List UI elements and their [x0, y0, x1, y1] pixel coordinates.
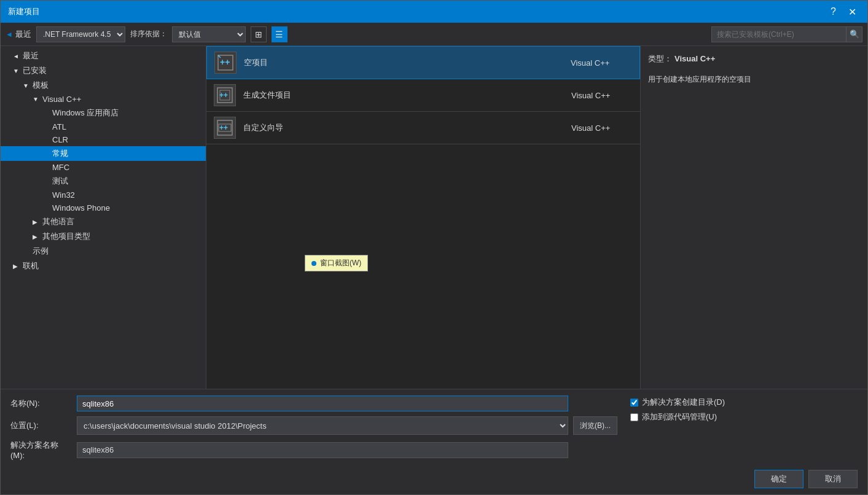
template-list: ++ 空项目 Visual C++ ++ [206, 46, 640, 144]
browse-button[interactable]: 浏览(B)... [573, 416, 617, 435]
bottom-form-area: 名称(N): 位置(L): c:\users\jack\documents\vi… [10, 396, 858, 465]
windows-store-label: Windows 应用商店 [52, 107, 119, 119]
solution-label: 解决方案名称(M): [10, 440, 72, 460]
info-description: 用于创建本地应用程序的空项目 [648, 74, 860, 85]
visual-cpp-label: Visual C++ [42, 95, 81, 104]
installed-label: 已安装 [23, 65, 47, 76]
sort-label: 排序依据： [130, 29, 167, 39]
overlay-tooltip: 窗口截图(W) [305, 255, 368, 271]
toolbar: ◄ 最近 .NET Framework 4.5 排序依据： 默认值 ⊞ ☰ 🔍 [1, 23, 867, 46]
confirm-button[interactable]: 确定 [754, 470, 803, 488]
sidebar-item-atl[interactable]: ATL [1, 120, 206, 133]
cancel-button[interactable]: 取消 [808, 470, 858, 488]
sample-label: 示例 [33, 246, 49, 257]
sidebar-item-installed[interactable]: ▼ 已安装 [1, 63, 206, 78]
custom-wizard-icon: ++ [214, 117, 236, 139]
checkbox-solution-dir: 为解决方案创建目录(D) [630, 397, 858, 408]
templates-arrow: ▼ [23, 82, 30, 89]
checkbox-source-control-input[interactable] [630, 413, 638, 421]
sort-select[interactable]: 默认值 [172, 26, 246, 42]
view-grid-button[interactable]: ⊞ [251, 26, 267, 42]
sidebar: ◄ 最近 ▼ 已安装 ▼ 模板 ▼ Visual C++ Windows 应用 [1, 46, 206, 389]
other-project-label: 其他项目类型 [42, 231, 90, 242]
view-list-button[interactable]: ☰ [272, 26, 287, 42]
search-button[interactable]: 🔍 [846, 26, 862, 42]
location-select[interactable]: c:\users\jack\documents\visual studio 20… [77, 416, 568, 435]
template-row-makefile[interactable]: ++ 生成文件项目 Visual C++ [206, 79, 640, 112]
main-content: ◄ 最近 ▼ 已安装 ▼ 模板 ▼ Visual C++ Windows 应用 [1, 46, 867, 389]
tooltip-dot [311, 261, 316, 266]
buttons-row: 确定 取消 [10, 470, 858, 488]
framework-select[interactable]: .NET Framework 4.5 [36, 26, 125, 42]
recent-label: 最近 [23, 50, 39, 61]
visual-cpp-arrow: ▼ [33, 96, 40, 103]
recent-arrow: ◄ [13, 53, 20, 60]
location-input-group: c:\users\jack\documents\visual studio 20… [77, 416, 568, 435]
mfc-label: MFC [52, 163, 69, 172]
svg-text:++: ++ [219, 123, 228, 132]
makefile-project-icon: ++ [214, 84, 236, 106]
sidebar-item-online[interactable]: ▶ 联机 [1, 259, 206, 273]
solution-input[interactable] [77, 442, 568, 458]
search-box: 🔍 [711, 26, 862, 42]
sidebar-item-visual-cpp[interactable]: ▼ Visual C++ [1, 93, 206, 106]
info-panel: 类型： Visual C++ 用于创建本地应用程序的空项目 [640, 46, 867, 389]
other-lang-arrow: ▶ [33, 219, 40, 225]
solution-row: 解决方案名称(M): [10, 440, 620, 460]
custom-wizard-name: 自定义向导 [243, 122, 564, 133]
checkbox-solution-dir-input[interactable] [630, 399, 638, 407]
sidebar-item-clr[interactable]: CLR [1, 133, 206, 146]
sidebar-item-mfc[interactable]: MFC [1, 161, 206, 174]
sidebar-item-changgui[interactable]: 常规 [1, 146, 206, 161]
list-icon: ☰ [275, 29, 283, 39]
sidebar-item-windows-phone[interactable]: Windows Phone [1, 201, 206, 214]
bottom-form-right: 为解决方案创建目录(D) 添加到源代码管理(U) [630, 396, 858, 423]
name-input[interactable] [77, 396, 568, 411]
info-type-value: Visual C++ [674, 54, 715, 63]
sidebar-item-win32[interactable]: Win32 [1, 189, 206, 201]
dialog-title: 新建项目 [8, 6, 40, 17]
checkbox-solution-dir-label: 为解决方案创建目录(D) [642, 397, 725, 408]
name-row: 名称(N): [10, 396, 620, 411]
makefile-project-type: Visual C++ [571, 91, 633, 100]
svg-text:++: ++ [220, 57, 230, 67]
title-bar-controls: ? ✕ [827, 5, 860, 19]
sidebar-item-sample[interactable]: 示例 [1, 244, 206, 259]
template-row-empty[interactable]: ++ 空项目 Visual C++ [206, 46, 640, 79]
empty-project-name: 空项目 [244, 57, 563, 68]
bottom-bar: 名称(N): 位置(L): c:\users\jack\documents\vi… [1, 389, 867, 494]
location-row: 位置(L): c:\users\jack\documents\visual st… [10, 416, 620, 435]
online-label: 联机 [23, 260, 39, 271]
template-row-custom-wizard[interactable]: ++ 自定义向导 Visual C++ [206, 112, 640, 144]
name-label: 名称(N): [10, 398, 72, 409]
checkbox-source-control: 添加到源代码管理(U) [630, 411, 858, 423]
online-arrow: ▶ [13, 263, 20, 270]
sidebar-item-windows-store[interactable]: Windows 应用商店 [1, 106, 206, 120]
nav-arrow: ◄ [6, 30, 13, 39]
sidebar-item-recent[interactable]: ◄ 最近 [1, 49, 206, 63]
search-icon: 🔍 [850, 29, 859, 39]
bottom-form-left: 名称(N): 位置(L): c:\users\jack\documents\vi… [10, 396, 620, 465]
search-input[interactable] [711, 26, 846, 42]
installed-arrow: ▼ [13, 68, 20, 74]
makefile-project-name: 生成文件项目 [243, 90, 564, 101]
close-button[interactable]: ✕ [845, 5, 860, 19]
changgui-label: 常规 [52, 148, 68, 159]
win32-label: Win32 [52, 190, 75, 200]
sidebar-item-other-lang[interactable]: ▶ 其他语言 [1, 214, 206, 229]
svg-text:++: ++ [219, 91, 228, 99]
location-label: 位置(L): [10, 420, 72, 431]
nav-recent-label: 最近 [15, 29, 31, 40]
other-lang-label: 其他语言 [42, 216, 74, 227]
sidebar-item-templates[interactable]: ▼ 模板 [1, 78, 206, 93]
center-panel: ++ 空项目 Visual C++ ++ [206, 46, 640, 389]
windows-phone-label: Windows Phone [52, 203, 110, 212]
help-button[interactable]: ? [827, 5, 840, 19]
new-project-dialog: 新建项目 ? ✕ ◄ 最近 .NET Framework 4.5 排序依据： 默… [0, 0, 868, 495]
sidebar-item-ceshi[interactable]: 测试 [1, 174, 206, 189]
other-project-arrow: ▶ [33, 233, 40, 240]
empty-project-icon: ++ [214, 52, 237, 74]
atl-label: ATL [52, 122, 66, 131]
info-type-label: 类型： [648, 53, 672, 64]
sidebar-item-other-project[interactable]: ▶ 其他项目类型 [1, 229, 206, 244]
